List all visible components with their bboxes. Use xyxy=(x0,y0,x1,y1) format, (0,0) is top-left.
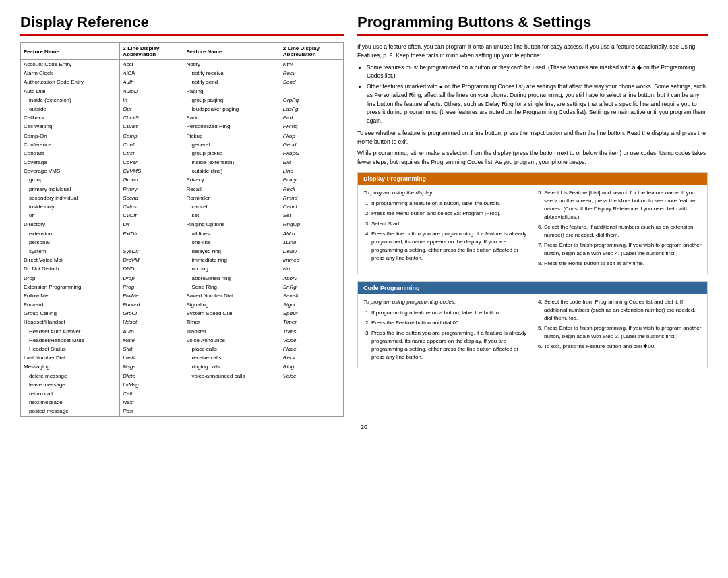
col1-feature-name: Coverage VMS xyxy=(21,167,120,175)
col1-feature-name: next message xyxy=(21,398,120,407)
col2-abbrev xyxy=(280,407,343,416)
col2-abbrev: GrpPg xyxy=(280,96,343,105)
col1-abbrev: Acct xyxy=(120,60,183,69)
col1-abbrev: Cover xyxy=(120,158,183,167)
col1-abbrev: CvIns xyxy=(120,202,183,211)
col1-feature-name: secondary individual xyxy=(21,194,120,202)
col2-feature-name xyxy=(183,398,280,407)
col1-abbrev: Ctrst xyxy=(120,149,183,158)
table-row: ForwardForwrdSignalingSignl xyxy=(21,300,344,309)
table-row: Last Number DialLast#receive callsRecv xyxy=(21,353,344,362)
col2-feature-name: all lines xyxy=(183,229,280,238)
col1-feature-name: Headset Status xyxy=(21,345,120,353)
col1-feature-name: Camp-On xyxy=(21,132,120,140)
col2-abbrev: Pkup xyxy=(280,132,343,140)
col1-feature-name: inside (extension) xyxy=(21,96,120,105)
display-programming-col2: Select ListFeature [List] and search for… xyxy=(536,189,702,270)
list-item: Press the line button you are programmin… xyxy=(371,329,529,362)
table-row: Camp-OnCampPickupPkup xyxy=(21,132,344,140)
list-item: If programming a feature on a button, la… xyxy=(371,309,529,317)
col2-abbrev: Prvcy xyxy=(280,175,343,184)
col2-abbrev: Recv xyxy=(280,69,343,78)
col2-feature-name xyxy=(183,389,280,398)
col2-abbrev: Trans xyxy=(280,327,343,336)
table-row: secondary individualSecndReminderRmnd xyxy=(21,194,344,202)
col1-abbrev: Hdset xyxy=(120,318,183,326)
col2-feature-name: loudspeaker paging xyxy=(183,105,280,113)
col2-feature-name: cancel xyxy=(183,202,280,211)
col2-feature-name: Send Ring xyxy=(183,283,280,291)
col2-feature-name: voice-announced calls xyxy=(183,372,280,380)
code-programming-label: To program using programming codes: xyxy=(363,298,529,306)
display-programming-label: To program using the display: xyxy=(363,189,529,197)
table-row: DirectoryDirRinging OptionsRngOp xyxy=(21,220,344,229)
col2-abbrev: LdsPg xyxy=(280,105,343,113)
col1-feature-name: extension xyxy=(21,229,120,238)
col2-feature-name xyxy=(183,380,280,389)
col1-feature-name: Follow Me xyxy=(21,291,120,300)
list-item: Press the Menu button and select Ext Pro… xyxy=(371,210,529,218)
col1-feature-name: Extension Programming xyxy=(21,283,120,291)
right-title-underline xyxy=(357,34,708,36)
code-programming-header: Code Programming xyxy=(358,282,707,294)
col1-feature-name: system xyxy=(21,247,120,256)
col1-abbrev: Stat xyxy=(120,345,183,353)
col2-abbrev: Rmnd xyxy=(280,194,343,202)
col1-feature-name: Direct Voice Mail xyxy=(21,256,120,264)
col1-abbrev-header: 2-Line DisplayAbbreviation xyxy=(120,43,183,60)
col1-feature-name: outside xyxy=(21,105,120,113)
col2-abbrev: SpdDl xyxy=(280,309,343,318)
col2-feature-name: Transfer xyxy=(183,327,280,336)
col2-abbrev: 1Line xyxy=(280,238,343,247)
table-row: Auto DialAutoDPaging xyxy=(21,87,344,96)
table-row: return callCall xyxy=(21,389,344,398)
col2-feature-name: notify receive xyxy=(183,69,280,78)
table-row: Call WaitingCWaitPersonalized RingPRing xyxy=(21,122,344,131)
col1-feature-name: Account Code Entry xyxy=(21,60,120,69)
col1-abbrev: Last# xyxy=(120,353,183,362)
code-programming-box: Code Programming To program using progra… xyxy=(357,281,708,368)
table-row: Direct Voice MailDrcVMimmediate ringImme… xyxy=(21,256,344,264)
col2-abbrev: Send xyxy=(280,78,343,86)
table-row: Headset/HandsetHdsetTimerTimer xyxy=(21,318,344,326)
table-row: CallbackCbckSParkPark xyxy=(21,113,344,122)
col2-abbrev: Signl xyxy=(280,300,343,309)
list-item: Press Enter to finish programming. If yo… xyxy=(544,324,702,341)
table-row: ConferenceConfgeneralGenrl xyxy=(21,140,344,149)
col2-abbrev xyxy=(280,87,343,96)
col2-abbrev: Place xyxy=(280,345,343,353)
col1-abbrev: Camp xyxy=(120,132,183,140)
bullets-list: Some features must be programmed on a bu… xyxy=(367,63,708,125)
col2-feature-name: no ring xyxy=(183,264,280,273)
col2-feature-name: abbreviated ring xyxy=(183,274,280,283)
table-row: Account Code EntryAcctNotifyNtfy xyxy=(21,60,344,69)
col1-abbrev: DrcVM xyxy=(120,256,183,264)
col1-abbrev: Out xyxy=(120,105,183,113)
col1-feature-name: Headset/Handset xyxy=(21,318,120,326)
col2-feature-name: inside (extension) xyxy=(183,158,280,167)
col1-feature-name: Directory xyxy=(21,220,120,229)
col2-abbrev: Genrl xyxy=(280,140,343,149)
col2-feature-name: place calls xyxy=(183,345,280,353)
col2-feature-name: Signaling xyxy=(183,300,280,309)
table-row: Alarm ClockAlClknotify receiveRecv xyxy=(21,69,344,78)
table-row: extensionExtDirall linesAllLn xyxy=(21,229,344,238)
col2-feature-name: notify send xyxy=(183,78,280,86)
table-row: next messageNext xyxy=(21,398,344,407)
col1-abbrev: CvVMS xyxy=(120,167,183,175)
col1-feature-name: Auto Dial xyxy=(21,87,120,96)
col1-abbrev: Post xyxy=(120,407,183,416)
col1-feature-name: Authorization Code Entry xyxy=(21,78,120,86)
list-item: Press Enter to finish programming. If yo… xyxy=(544,241,702,258)
col2-abbrev: Ntfy xyxy=(280,60,343,69)
col1-abbrev: Auto xyxy=(120,327,183,336)
col1-feature-name: Headset Auto Answer xyxy=(21,327,120,336)
table-row: inside (extension)Ingroup pagingGrpPg xyxy=(21,96,344,105)
para2: To see whether a feature is programmed o… xyxy=(357,129,708,146)
col1-abbrev: Dir xyxy=(120,220,183,229)
col2-abbrev: Recv xyxy=(280,353,343,362)
col2-abbrev xyxy=(280,380,343,389)
table-row: personal–one line1Line xyxy=(21,238,344,247)
col1-feature-name: return call xyxy=(21,389,120,398)
col2-feature-name: Pickup xyxy=(183,132,280,140)
